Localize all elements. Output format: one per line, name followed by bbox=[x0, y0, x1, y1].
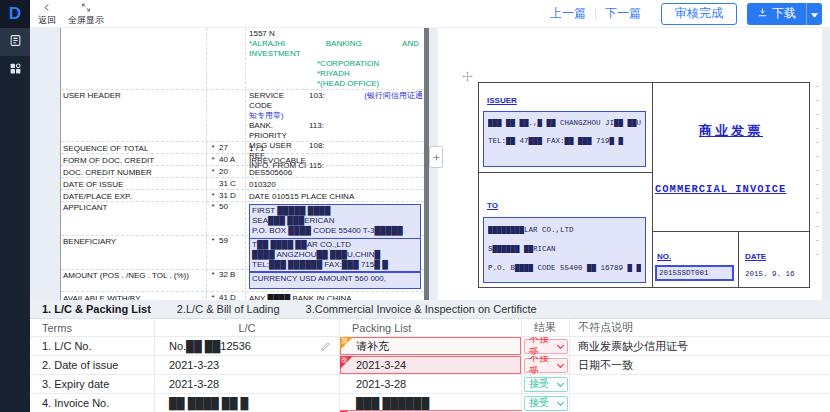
note-cell[interactable] bbox=[570, 394, 830, 412]
apps-grid-icon bbox=[9, 61, 22, 79]
link-divider bbox=[595, 8, 596, 20]
field-label: APPLICANT bbox=[61, 202, 207, 235]
uh-key: SERVICE CODE bbox=[249, 91, 309, 111]
result-select[interactable]: 接受 bbox=[524, 396, 568, 411]
to-highlight-box[interactable]: ████████LAR CO.,LTD S██████ ██RICAN P.O.… bbox=[483, 217, 646, 283]
amount-line: CURRENCY USD AMOUNT 560 000, bbox=[252, 274, 418, 284]
sidebar-item-apps[interactable] bbox=[0, 56, 30, 84]
sender-line: *ALRAJHI BANKING AND bbox=[249, 39, 423, 49]
result-value: 不接受 bbox=[529, 356, 558, 374]
move-handle-icon[interactable] bbox=[462, 68, 473, 86]
discrepancy-table: Terms L/C Packing List 结果 不符点说明 1. L/C N… bbox=[30, 319, 830, 412]
tab-lc-packing-list[interactable]: 1. L/C & Packing List bbox=[42, 303, 151, 315]
highlighted-field[interactable]: T██ ████ ██AR CO.,LTD ████ ANGZHOU██ ███… bbox=[249, 238, 421, 272]
table-row: 3. Expiry date 2021-3-28 2021-3-28 接受 bbox=[30, 375, 830, 394]
splitter-expand-button[interactable] bbox=[429, 146, 443, 168]
note-cell[interactable]: 商业发票缺少信用证号 bbox=[570, 337, 830, 355]
doc-header-block: 1557 N *ALRAJHI BANKING AND INVESTMENT *… bbox=[61, 28, 424, 90]
field-tag: 27 bbox=[219, 142, 245, 153]
fullscreen-button[interactable]: 全屏显示 bbox=[68, 3, 104, 25]
sender-line: *CORPORATION bbox=[249, 59, 423, 69]
invoice-panel-scrollbar[interactable] bbox=[816, 86, 819, 256]
sidebar-item-documents[interactable] bbox=[0, 28, 30, 56]
issuer-highlight-box[interactable]: ███ ██ ██.,█ ██ CHANGZHOU JI██ ██U. C█ N… bbox=[483, 111, 646, 167]
result-select[interactable]: 不接受 bbox=[524, 358, 568, 373]
field-value: DATE 010515 PLACE CHINA bbox=[245, 190, 424, 201]
back-label: 返回 bbox=[38, 16, 56, 25]
doc-field-row: SEQUENCE OF TOTAL * 27 1 / 1 bbox=[61, 142, 424, 154]
fullscreen-label: 全屏显示 bbox=[68, 16, 104, 25]
badge-add-label: 加 bbox=[341, 337, 348, 345]
field-label: AVAILABLE WITH/BY bbox=[61, 292, 207, 300]
result-cell: 接受 bbox=[522, 394, 570, 412]
download-menu-button[interactable] bbox=[806, 3, 822, 25]
chevron-down-icon bbox=[557, 361, 564, 368]
beneficiary-line: TEL:███ ██████ FAX:███ 715█ █ bbox=[252, 260, 418, 270]
next-doc-link[interactable]: 下一篇 bbox=[605, 5, 641, 22]
invoice-document-panel[interactable]: ISSUER ███ ██ ██.,█ ██ CHANGZHOU JI██ ██… bbox=[438, 28, 822, 300]
to-line: ████████LAR CO.,LTD bbox=[488, 226, 641, 234]
doc-field-row: AVAILABLE WITH/BY * 41 D ANY ████ BANK I… bbox=[61, 292, 424, 300]
field-tag: 59 bbox=[219, 236, 245, 269]
invoice-title-en-cell: COMMERCIAL INVOICE bbox=[653, 179, 809, 231]
highlighted-field[interactable]: CURRENCY USD AMOUNT 560 000, bbox=[249, 272, 421, 289]
msg-type-line: 1557 N bbox=[249, 29, 423, 39]
app-logo: D bbox=[0, 0, 30, 28]
mandatory-star: * bbox=[207, 270, 219, 291]
packing-list-cell[interactable]: 加 请补充 bbox=[340, 337, 522, 355]
invoice-date-value: 2015. 9. 16 bbox=[745, 270, 795, 278]
field-label: DATE OF ISSUE bbox=[61, 178, 207, 189]
term-cell: 2. Date of issue bbox=[30, 356, 155, 374]
issuer-label: ISSUER bbox=[487, 96, 517, 105]
lc-document-panel[interactable]: 1557 N *ALRAJHI BANKING AND INVESTMENT *… bbox=[60, 28, 424, 300]
term-cell: 4. Invoice No. bbox=[30, 394, 155, 412]
mandatory-star: * bbox=[207, 190, 219, 201]
field-label: DATE/PLACE EXP. bbox=[61, 190, 207, 201]
result-cell: 接受 bbox=[522, 375, 570, 393]
issuer-line: ███ ██ ██.,█ ██ CHANGZHOU JI██ ██U. C█ N… bbox=[488, 119, 641, 127]
invoice-date-cell: DATE 2015. 9. 16 bbox=[739, 232, 809, 287]
chevron-down-icon bbox=[557, 398, 564, 405]
applicant-line: SEA███ ███ERICAN bbox=[252, 216, 418, 226]
term-cell: 3. Expiry date bbox=[30, 375, 155, 393]
packing-list-cell[interactable]: 改 2021-3-24 bbox=[340, 356, 522, 374]
tab-commercial-invoice-inspection[interactable]: 3.Commercial Invoice & Inspection on Cer… bbox=[306, 303, 537, 315]
note-cell[interactable]: 日期不一致 bbox=[570, 356, 830, 374]
field-label: BENEFICIARY bbox=[61, 236, 207, 269]
download-split-button[interactable]: 下载 bbox=[747, 3, 822, 25]
review-complete-button[interactable]: 审核完成 bbox=[661, 3, 737, 25]
note-cell[interactable] bbox=[570, 375, 830, 393]
sender-line: INVESTMENT bbox=[249, 49, 423, 59]
sender-line: *RIYADH bbox=[249, 69, 423, 79]
invoice-no-highlight-box[interactable]: 2015SSDT001 bbox=[655, 265, 734, 281]
term-cell: 1. L/C No. bbox=[30, 337, 155, 355]
mandatory-star: * bbox=[207, 142, 219, 153]
packing-list-cell[interactable]: 2021-3-28 bbox=[340, 375, 522, 393]
result-cell: 不接受 bbox=[522, 356, 570, 374]
service-code-annotation: 知专用章) bbox=[249, 111, 423, 121]
mandatory-star: * bbox=[207, 154, 219, 165]
col-header-lc: L/C bbox=[155, 319, 340, 336]
tab-lc-bill-of-lading[interactable]: 2.L/C & Bill of Lading bbox=[177, 303, 280, 315]
lc-value: No.██ ██12536 bbox=[169, 340, 251, 352]
packing-list-value: 请补充 bbox=[356, 339, 389, 354]
result-select[interactable]: 接受 bbox=[524, 377, 568, 392]
result-cell: 不接受 bbox=[522, 337, 570, 355]
invoice-title-en: COMMERCIAL INVOICE bbox=[655, 183, 786, 195]
doc-field-row: DOC. CREDIT NUMBER * 20 DES505606 bbox=[61, 166, 424, 178]
edit-pen-icon[interactable] bbox=[320, 341, 331, 352]
download-button[interactable]: 下载 bbox=[747, 3, 806, 25]
invoice-date-label: DATE bbox=[745, 252, 766, 261]
result-select[interactable]: 不接受 bbox=[524, 339, 568, 354]
mandatory-star: * bbox=[207, 236, 219, 269]
prev-doc-link[interactable]: 上一篇 bbox=[550, 5, 586, 22]
doc-field-row: DATE/PLACE EXP. * 31 D DATE 010515 PLACE… bbox=[61, 190, 424, 202]
download-icon bbox=[757, 7, 768, 21]
download-label: 下载 bbox=[772, 5, 796, 22]
issuer-section: ISSUER ███ ██ ██.,█ ██ CHANGZHOU JI██ ██… bbox=[479, 83, 652, 173]
back-button[interactable]: 返回 bbox=[38, 3, 56, 25]
uh-key: BANK. PRIORITY bbox=[249, 121, 309, 141]
service-code-annotation: (银行间信用证通 bbox=[325, 91, 423, 111]
field-tag: 41 D bbox=[219, 292, 245, 300]
to-label: TO bbox=[487, 201, 498, 210]
